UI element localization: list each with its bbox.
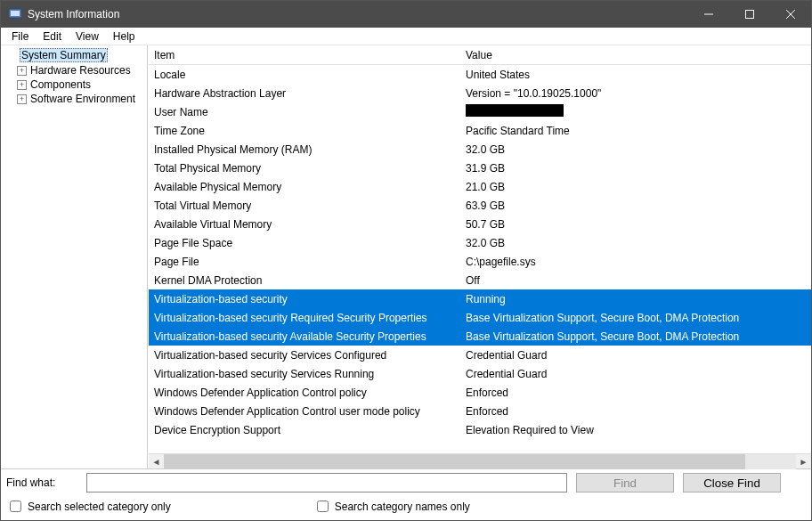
expand-icon[interactable]: + [17, 80, 27, 90]
cell-value: Running [460, 292, 811, 306]
close-button[interactable] [770, 1, 811, 28]
col-value[interactable]: Value [460, 47, 811, 63]
cell-item: Virtualization-based security Required S… [149, 311, 460, 325]
table-row[interactable]: LocaleUnited States [149, 65, 811, 84]
menu-help[interactable]: Help [106, 28, 142, 45]
cell-value: C:\pagefile.sys [460, 255, 811, 269]
cell-value: Base Virtualization Support, Secure Boot… [460, 330, 811, 344]
table-row[interactable]: User Name [149, 102, 811, 121]
window-title: System Information [28, 8, 688, 20]
cb-search-names-box[interactable] [317, 501, 329, 512]
cell-item: Available Physical Memory [149, 180, 460, 194]
cell-value: Off [460, 273, 811, 288]
tree-software-environment[interactable]: +Software Environment [1, 92, 147, 106]
system-information-window: System Information File Edit View Help S… [0, 0, 812, 521]
svg-rect-2 [12, 19, 18, 20]
menu-file[interactable]: File [4, 28, 36, 45]
titlebar[interactable]: System Information [1, 1, 811, 28]
table-row[interactable]: Virtualization-based securityRunning [149, 289, 811, 308]
table-row[interactable]: Available Physical Memory21.0 GB [149, 177, 811, 196]
cell-item: Total Virtual Memory [149, 199, 460, 213]
table-row[interactable]: Available Virtual Memory50.7 GB [149, 215, 811, 233]
minimize-button[interactable] [688, 1, 729, 28]
menubar: File Edit View Help [1, 28, 811, 45]
find-button[interactable]: Find [576, 473, 674, 493]
find-panel: Find what: Find Close Find Search select… [1, 468, 811, 520]
cb-search-selected[interactable]: Search selected category only [6, 498, 171, 515]
cell-item: Virtualization-based security Services R… [149, 367, 460, 381]
cell-value: 21.0 GB [460, 180, 811, 194]
cell-value: 50.7 GB [460, 217, 811, 232]
cell-value: Credential Guard [460, 348, 811, 362]
scroll-track[interactable] [164, 454, 796, 469]
cell-value: Credential Guard [460, 367, 811, 381]
table-row[interactable]: Windows Defender Application Control use… [149, 402, 811, 420]
cb-search-names[interactable]: Search category names only [313, 498, 470, 515]
menu-edit[interactable]: Edit [36, 28, 69, 45]
expand-icon[interactable]: + [17, 66, 27, 76]
cell-item: Device Encryption Support [149, 423, 460, 437]
tree-components[interactable]: +Components [1, 77, 147, 92]
cell-value: 32.0 GB [460, 236, 811, 250]
cell-item: Page File Space [149, 236, 460, 250]
cell-value: 32.0 GB [460, 142, 811, 157]
table-row[interactable]: Page FileC:\pagefile.sys [149, 252, 811, 271]
horizontal-scrollbar[interactable]: ◄ ► [149, 453, 811, 468]
cell-item: User Name [149, 105, 460, 119]
cell-value: Version = "10.0.19025.1000" [460, 86, 811, 101]
cell-item: Time Zone [149, 124, 460, 138]
col-item[interactable]: Item [149, 47, 460, 63]
column-headers[interactable]: Item Value [149, 45, 811, 65]
cell-value [460, 103, 811, 120]
svg-rect-4 [746, 11, 754, 19]
cell-value: Enforced [460, 404, 811, 419]
cell-item: Page File [149, 255, 460, 269]
cell-item: Windows Defender Application Control pol… [149, 386, 460, 400]
cell-item: Virtualization-based security Services C… [149, 348, 460, 362]
cell-value: Elevation Required to View [460, 423, 811, 437]
table-row[interactable]: Virtualization-based security Required S… [149, 308, 811, 327]
table-row[interactable]: Windows Defender Application Control pol… [149, 383, 811, 402]
app-icon [8, 7, 22, 21]
tree-hardware-resources[interactable]: +Hardware Resources [1, 63, 147, 77]
scroll-right-icon[interactable]: ► [796, 454, 811, 469]
cell-item: Hardware Abstraction Layer [149, 86, 460, 101]
cell-value: 63.9 GB [460, 199, 811, 213]
close-find-button[interactable]: Close Find [683, 473, 781, 493]
maximize-button[interactable] [729, 1, 770, 28]
cell-value: 31.9 GB [460, 161, 811, 175]
table-row[interactable]: Virtualization-based security Services R… [149, 364, 811, 383]
expand-icon[interactable]: + [17, 94, 27, 104]
cell-item: Installed Physical Memory (RAM) [149, 142, 460, 157]
details-list[interactable]: LocaleUnited StatesHardware Abstraction … [149, 65, 811, 453]
content-area: System Summary +Hardware Resources +Comp… [1, 45, 811, 468]
cell-item: Total Physical Memory [149, 161, 460, 175]
cb-search-selected-box[interactable] [10, 501, 21, 512]
table-row[interactable]: Time ZonePacific Standard Time [149, 121, 811, 140]
cell-item: Virtualization-based security Available … [149, 330, 460, 344]
find-input[interactable] [86, 473, 567, 493]
cell-item: Kernel DMA Protection [149, 273, 460, 288]
table-row[interactable]: Total Virtual Memory63.9 GB [149, 196, 811, 215]
tree-system-summary[interactable]: System Summary [1, 47, 147, 63]
cell-item: Locale [149, 68, 460, 82]
details-pane: Item Value LocaleUnited StatesHardware A… [148, 45, 811, 468]
table-row[interactable]: Hardware Abstraction LayerVersion = "10.… [149, 84, 811, 102]
table-row[interactable]: Device Encryption SupportElevation Requi… [149, 420, 811, 439]
scroll-thumb[interactable] [164, 454, 745, 469]
cell-value: Enforced [460, 386, 811, 400]
table-row[interactable]: Page File Space32.0 GB [149, 233, 811, 252]
cell-value: United States [460, 68, 811, 82]
menu-view[interactable]: View [69, 28, 106, 45]
cell-value: Base Virtualization Support, Secure Boot… [460, 311, 811, 325]
table-row[interactable]: Virtualization-based security Services C… [149, 346, 811, 364]
table-row[interactable]: Installed Physical Memory (RAM)32.0 GB [149, 140, 811, 159]
cell-item: Virtualization-based security [149, 292, 460, 306]
table-row[interactable]: Virtualization-based security Available … [149, 327, 811, 346]
cell-item: Available Virtual Memory [149, 217, 460, 232]
table-row[interactable]: Kernel DMA ProtectionOff [149, 271, 811, 289]
table-row[interactable]: Total Physical Memory31.9 GB [149, 159, 811, 177]
scroll-left-icon[interactable]: ◄ [149, 454, 164, 469]
cell-value: Pacific Standard Time [460, 124, 811, 138]
category-tree[interactable]: System Summary +Hardware Resources +Comp… [1, 45, 148, 468]
